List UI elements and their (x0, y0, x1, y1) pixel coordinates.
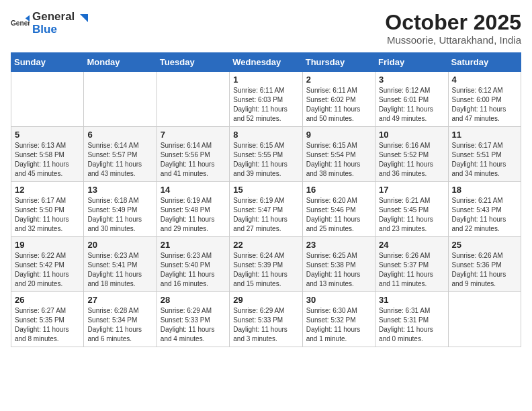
calendar-cell: 24Sunrise: 6:26 AM Sunset: 5:37 PM Dayli… (375, 237, 448, 292)
logo: General General Blue (11, 11, 88, 36)
day-info: Sunrise: 6:30 AM Sunset: 5:32 PM Dayligh… (306, 306, 371, 344)
logo-blue-text: Blue (32, 24, 75, 36)
calendar-cell (157, 72, 229, 127)
svg-marker-2 (80, 14, 88, 22)
calendar-cell: 23Sunrise: 6:25 AM Sunset: 5:38 PM Dayli… (302, 237, 375, 292)
day-info: Sunrise: 6:23 AM Sunset: 5:40 PM Dayligh… (161, 251, 226, 289)
calendar-week-row: 26Sunrise: 6:27 AM Sunset: 5:35 PM Dayli… (11, 292, 521, 347)
day-info: Sunrise: 6:26 AM Sunset: 5:36 PM Dayligh… (452, 251, 517, 289)
calendar-cell: 19Sunrise: 6:22 AM Sunset: 5:42 PM Dayli… (11, 237, 84, 292)
calendar-cell: 5Sunrise: 6:13 AM Sunset: 5:58 PM Daylig… (11, 127, 84, 182)
calendar-cell: 26Sunrise: 6:27 AM Sunset: 5:35 PM Dayli… (11, 292, 84, 347)
day-info: Sunrise: 6:15 AM Sunset: 5:54 PM Dayligh… (306, 141, 371, 179)
day-info: Sunrise: 6:24 AM Sunset: 5:39 PM Dayligh… (233, 251, 298, 289)
calendar-week-row: 12Sunrise: 6:17 AM Sunset: 5:50 PM Dayli… (11, 182, 521, 237)
calendar-cell: 31Sunrise: 6:31 AM Sunset: 5:31 PM Dayli… (375, 292, 448, 347)
day-number: 7 (161, 130, 226, 140)
day-info: Sunrise: 6:11 AM Sunset: 6:03 PM Dayligh… (233, 86, 298, 124)
day-info: Sunrise: 6:19 AM Sunset: 5:48 PM Dayligh… (161, 196, 226, 234)
weekday-header-friday: Friday (375, 53, 448, 72)
day-number: 22 (233, 240, 298, 250)
day-info: Sunrise: 6:18 AM Sunset: 5:49 PM Dayligh… (87, 196, 152, 234)
calendar-cell: 14Sunrise: 6:19 AM Sunset: 5:48 PM Dayli… (157, 182, 229, 237)
calendar-cell (11, 72, 84, 127)
weekday-header-monday: Monday (84, 53, 157, 72)
calendar-cell: 2Sunrise: 6:11 AM Sunset: 6:02 PM Daylig… (302, 72, 375, 127)
day-info: Sunrise: 6:11 AM Sunset: 6:02 PM Dayligh… (306, 86, 371, 124)
weekday-header-thursday: Thursday (302, 53, 375, 72)
day-info: Sunrise: 6:17 AM Sunset: 5:51 PM Dayligh… (452, 141, 517, 179)
calendar-cell: 9Sunrise: 6:15 AM Sunset: 5:54 PM Daylig… (302, 127, 375, 182)
calendar-cell: 15Sunrise: 6:19 AM Sunset: 5:47 PM Dayli… (230, 182, 302, 237)
day-number: 21 (161, 240, 226, 250)
calendar-cell: 27Sunrise: 6:28 AM Sunset: 5:34 PM Dayli… (84, 292, 157, 347)
month-title: October 2025 (385, 11, 521, 34)
day-info: Sunrise: 6:29 AM Sunset: 5:33 PM Dayligh… (233, 306, 298, 344)
day-info: Sunrise: 6:13 AM Sunset: 5:58 PM Dayligh… (15, 141, 80, 179)
calendar-week-row: 19Sunrise: 6:22 AM Sunset: 5:42 PM Dayli… (11, 237, 521, 292)
day-info: Sunrise: 6:29 AM Sunset: 5:33 PM Dayligh… (161, 306, 226, 344)
day-number: 28 (161, 295, 226, 305)
day-info: Sunrise: 6:16 AM Sunset: 5:52 PM Dayligh… (379, 141, 444, 179)
day-number: 26 (15, 295, 80, 305)
calendar-cell: 22Sunrise: 6:24 AM Sunset: 5:39 PM Dayli… (230, 237, 302, 292)
calendar-week-row: 5Sunrise: 6:13 AM Sunset: 5:58 PM Daylig… (11, 127, 521, 182)
calendar-cell: 30Sunrise: 6:30 AM Sunset: 5:32 PM Dayli… (302, 292, 375, 347)
day-number: 12 (15, 185, 80, 195)
calendar-cell (448, 292, 521, 347)
day-number: 5 (15, 130, 80, 140)
weekday-header-tuesday: Tuesday (157, 53, 229, 72)
day-info: Sunrise: 6:22 AM Sunset: 5:42 PM Dayligh… (15, 251, 80, 289)
day-info: Sunrise: 6:21 AM Sunset: 5:43 PM Dayligh… (452, 196, 517, 234)
day-number: 10 (379, 130, 444, 140)
day-number: 14 (161, 185, 226, 195)
day-number: 27 (87, 295, 152, 305)
calendar-cell: 21Sunrise: 6:23 AM Sunset: 5:40 PM Dayli… (157, 237, 229, 292)
day-number: 29 (233, 295, 298, 305)
svg-text:General: General (11, 19, 30, 27)
day-number: 16 (306, 185, 371, 195)
day-info: Sunrise: 6:23 AM Sunset: 5:41 PM Dayligh… (87, 251, 152, 289)
calendar-cell: 29Sunrise: 6:29 AM Sunset: 5:33 PM Dayli… (230, 292, 302, 347)
day-number: 6 (87, 130, 152, 140)
calendar-week-row: 1Sunrise: 6:11 AM Sunset: 6:03 PM Daylig… (11, 72, 521, 127)
day-info: Sunrise: 6:21 AM Sunset: 5:45 PM Dayligh… (379, 196, 444, 234)
day-info: Sunrise: 6:25 AM Sunset: 5:38 PM Dayligh… (306, 251, 371, 289)
day-info: Sunrise: 6:26 AM Sunset: 5:37 PM Dayligh… (379, 251, 444, 289)
calendar-cell: 25Sunrise: 6:26 AM Sunset: 5:36 PM Dayli… (448, 237, 521, 292)
day-number: 13 (87, 185, 152, 195)
logo-icon: General (11, 14, 30, 33)
weekday-header-wednesday: Wednesday (230, 53, 302, 72)
day-info: Sunrise: 6:17 AM Sunset: 5:50 PM Dayligh… (15, 196, 80, 234)
day-number: 3 (379, 75, 444, 85)
day-info: Sunrise: 6:19 AM Sunset: 5:47 PM Dayligh… (233, 196, 298, 234)
day-number: 17 (379, 185, 444, 195)
calendar-cell: 4Sunrise: 6:12 AM Sunset: 6:00 PM Daylig… (448, 72, 521, 127)
day-number: 25 (452, 240, 517, 250)
day-number: 31 (379, 295, 444, 305)
calendar-cell: 7Sunrise: 6:14 AM Sunset: 5:56 PM Daylig… (157, 127, 229, 182)
calendar-cell: 18Sunrise: 6:21 AM Sunset: 5:43 PM Dayli… (448, 182, 521, 237)
location-title: Mussoorie, Uttarakhand, India (385, 34, 521, 46)
day-number: 4 (452, 75, 517, 85)
calendar-cell (84, 72, 157, 127)
weekday-header-saturday: Saturday (448, 53, 521, 72)
logo-triangle-icon (73, 13, 88, 28)
page-header: General General Blue October 2025 Mussoo… (11, 11, 521, 46)
calendar-cell: 10Sunrise: 6:16 AM Sunset: 5:52 PM Dayli… (375, 127, 448, 182)
calendar-cell: 28Sunrise: 6:29 AM Sunset: 5:33 PM Dayli… (157, 292, 229, 347)
day-info: Sunrise: 6:28 AM Sunset: 5:34 PM Dayligh… (87, 306, 152, 344)
day-number: 15 (233, 185, 298, 195)
calendar-cell: 3Sunrise: 6:12 AM Sunset: 6:01 PM Daylig… (375, 72, 448, 127)
day-info: Sunrise: 6:20 AM Sunset: 5:46 PM Dayligh… (306, 196, 371, 234)
calendar-cell: 17Sunrise: 6:21 AM Sunset: 5:45 PM Dayli… (375, 182, 448, 237)
day-info: Sunrise: 6:12 AM Sunset: 6:01 PM Dayligh… (379, 86, 444, 124)
weekday-header-sunday: Sunday (11, 53, 84, 72)
day-number: 9 (306, 130, 371, 140)
day-number: 23 (306, 240, 371, 250)
calendar-cell: 1Sunrise: 6:11 AM Sunset: 6:03 PM Daylig… (230, 72, 302, 127)
weekday-header-row: SundayMondayTuesdayWednesdayThursdayFrid… (11, 53, 521, 72)
day-number: 24 (379, 240, 444, 250)
calendar-cell: 8Sunrise: 6:15 AM Sunset: 5:55 PM Daylig… (230, 127, 302, 182)
day-number: 8 (233, 130, 298, 140)
